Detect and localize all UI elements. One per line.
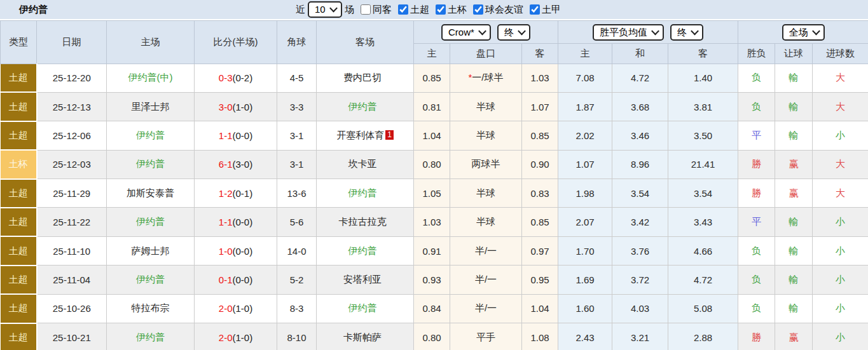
ah-home-odds-cell: 0.84 [414, 294, 450, 323]
checkbox-label: 土超 [410, 4, 429, 16]
checkbox-super-league[interactable]: 土超 [398, 4, 429, 16]
europe-time-select-wrap: 终 [670, 24, 703, 41]
score-cell: 0-3(0-2) [195, 64, 277, 93]
half-score: (1-0) [233, 102, 253, 112]
ah-away-odds-cell: 1.03 [522, 64, 558, 93]
table-row: 土超 25-12-13 里泽士邦 3-0(1-0) 3-3 伊约普 0.81 半… [1, 92, 868, 121]
type-cell: 土超 [1, 121, 37, 150]
ah-away-odds-cell: 1.07 [522, 92, 558, 121]
corners-cell: 13-6 [277, 179, 317, 208]
col-header-score: 比分(半场) [195, 21, 277, 64]
goals-result-cell: 小 [813, 121, 868, 150]
home-team: 伊约普 [136, 158, 165, 169]
corners-cell: 3-1 [277, 121, 317, 150]
eu-home-odds-cell: 1.87 [558, 92, 612, 121]
match-history-table: 类型 日期 主场 比分(半场) 角球 客场 Crow* [0, 20, 868, 350]
first-league-checkbox[interactable] [530, 4, 540, 15]
handicap-result-cell: 赢 [775, 150, 813, 178]
date-cell: 25-11-10 [37, 236, 107, 265]
full-score: 1-2 [219, 188, 233, 199]
filter-controls: 近 10 场 同客 土超 土杯 球会友谊 [296, 1, 561, 18]
handicap-cell: 半/一 [450, 294, 522, 323]
ah-home-odds-cell: 1.05 [414, 179, 450, 208]
checkbox-cup[interactable]: 土杯 [436, 4, 467, 16]
eu-draw-odds-cell: 3.54 [612, 179, 668, 208]
super-league-checkbox[interactable] [398, 4, 408, 15]
page-title: 伊约普 [19, 4, 48, 16]
date-cell: 25-11-22 [37, 208, 107, 236]
score-cell: 3-0(1-0) [195, 92, 277, 121]
ah-home-odds-cell: 0.91 [414, 236, 450, 265]
half-score: (1-0) [233, 303, 253, 314]
europe-source-select[interactable]: 胜平负均值 [593, 24, 664, 41]
away-team: 开塞利体育 [336, 130, 384, 140]
away-team: 伊约普 [348, 187, 377, 198]
handicap-cell: 半球 [450, 121, 522, 150]
half-score: (0-0) [233, 130, 253, 141]
handicap-text: 半球 [476, 101, 495, 112]
ah-home-odds-cell: 1.04 [414, 121, 450, 150]
checkbox-club-friendly[interactable]: 球会友谊 [473, 4, 523, 16]
wdl-result-cell: 勝 [738, 150, 775, 178]
asian-time-select[interactable]: 终 [497, 24, 530, 41]
wdl-result-cell: 平 [738, 208, 775, 236]
handicap-result-cell: 輸 [775, 266, 813, 294]
full-score: 1-1 [219, 130, 233, 141]
date-cell: 25-12-20 [37, 64, 107, 93]
score-cell: 0-1(0-0) [195, 266, 277, 294]
handicap-result-cell: 輸 [775, 208, 813, 236]
asian-time-select-wrap: 终 [497, 24, 530, 41]
subcol-handicap: 盘口 [450, 44, 522, 64]
handicap-result-cell: 輸 [775, 294, 813, 323]
home-team: 伊约普 [136, 274, 165, 285]
recent-count-select[interactable]: 10 [308, 1, 342, 18]
same-away-checkbox[interactable] [361, 4, 371, 15]
handicap-text: 平手 [476, 332, 495, 342]
table-header: 类型 日期 主场 比分(半场) 角球 客场 Crow* [1, 21, 868, 64]
half-score: (0-2) [233, 72, 253, 83]
away-team: 卡拉古拉克 [339, 216, 387, 227]
score-cell: 6-1(3-0) [195, 150, 277, 178]
eu-home-odds-cell: 2.02 [558, 121, 612, 150]
away-team: 伊约普 [348, 302, 377, 313]
wdl-result-cell: 平 [738, 121, 775, 150]
home-team: 伊约普 [136, 332, 165, 342]
eu-away-odds-cell: 3.43 [668, 208, 738, 236]
goals-result-cell: 小 [813, 323, 868, 350]
ah-away-odds-cell: 0.83 [522, 179, 558, 208]
col-header-type: 类型 [1, 21, 37, 64]
result-scope-select[interactable]: 全场 [782, 24, 825, 41]
handicap-result-cell: 輸 [775, 64, 813, 93]
home-cell: 伊约普 [107, 150, 195, 178]
checkbox-same-away[interactable]: 同客 [361, 4, 392, 16]
half-score: (0-0) [233, 217, 253, 227]
home-team: 特拉布宗 [132, 302, 170, 313]
ah-home-odds-cell: 0.85 [414, 64, 450, 93]
col-header-away: 客场 [317, 21, 414, 64]
recent-label: 近 [296, 4, 305, 16]
cup-checkbox[interactable] [436, 4, 446, 15]
europe-time-select[interactable]: 终 [670, 24, 703, 41]
handicap-result-cell: 輸 [775, 92, 813, 121]
away-cell: 安塔利亚 [317, 266, 414, 294]
eu-home-odds-cell: 1.07 [558, 150, 612, 178]
club-friendly-checkbox[interactable] [473, 4, 483, 15]
score-cell: 1-1(0-0) [195, 121, 277, 150]
handicap-text: 半/一 [475, 302, 497, 313]
home-cell: 萨姆士邦 [107, 236, 195, 265]
full-score: 0-1 [219, 274, 233, 285]
handicap-text: 一/球半 [472, 72, 503, 83]
date-cell: 25-12-06 [37, 121, 107, 150]
matches-unit-label: 场 [345, 4, 354, 16]
handicap-result-cell: 赢 [775, 323, 813, 350]
wdl-result-cell: 勝 [738, 179, 775, 208]
handicap-text: 半/一 [475, 274, 497, 285]
full-score: 2-0 [219, 303, 233, 314]
eu-draw-odds-cell: 8.96 [612, 150, 668, 178]
ah-home-odds-cell: 0.80 [414, 150, 450, 178]
date-cell: 25-11-04 [37, 266, 107, 294]
type-cell: 土超 [1, 179, 37, 208]
page: 伊约普 近 10 场 同客 土超 土杯 球会友谊 [0, 0, 868, 350]
checkbox-first-league[interactable]: 土甲 [530, 4, 561, 16]
asian-source-select[interactable]: Crow* [441, 24, 491, 41]
